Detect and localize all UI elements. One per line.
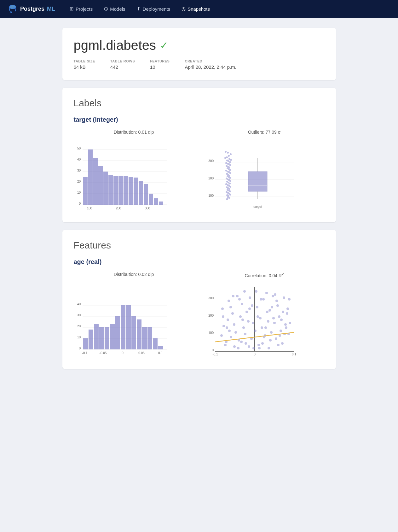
svg-point-200 xyxy=(271,306,273,308)
svg-text:0: 0 xyxy=(254,353,256,356)
svg-rect-120 xyxy=(110,324,115,349)
svg-text:-0.1: -0.1 xyxy=(82,351,88,355)
svg-point-45 xyxy=(228,160,229,162)
target-dist-label: Distribution: 0.01 dip xyxy=(74,130,194,135)
target-histogram: 0 10 20 30 40 50 xyxy=(74,138,194,212)
svg-point-178 xyxy=(276,304,279,307)
svg-text:30: 30 xyxy=(77,169,81,172)
svg-text:50: 50 xyxy=(77,147,81,150)
target-boxplot-block: Outliers: 77.09 σ 100 200 300 xyxy=(204,130,325,212)
table-size-label: TABLE SIZE xyxy=(74,59,95,63)
svg-point-198 xyxy=(264,326,267,329)
dataset-card: pgml.diabetes ✓ TABLE SIZE 64 kB TABLE R… xyxy=(62,28,336,80)
svg-text:0.05: 0.05 xyxy=(138,351,145,355)
svg-rect-129 xyxy=(158,346,163,349)
model-icon: ⌬ xyxy=(104,6,108,12)
svg-point-196 xyxy=(258,347,261,349)
svg-point-77 xyxy=(229,186,231,188)
svg-point-225 xyxy=(285,326,287,329)
svg-point-222 xyxy=(275,300,278,302)
svg-point-180 xyxy=(280,330,282,332)
svg-rect-27 xyxy=(144,184,148,205)
svg-point-189 xyxy=(232,295,234,297)
svg-point-158 xyxy=(244,333,246,335)
svg-text:200: 200 xyxy=(208,314,214,317)
svg-text:30: 30 xyxy=(77,313,81,317)
svg-point-169 xyxy=(262,298,265,301)
svg-point-93 xyxy=(226,198,228,200)
svg-point-210 xyxy=(233,345,236,348)
check-icon: ✓ xyxy=(160,39,168,51)
svg-point-91 xyxy=(228,197,230,199)
svg-rect-15 xyxy=(83,177,88,205)
svg-point-209 xyxy=(229,306,232,308)
svg-point-43 xyxy=(228,158,230,160)
svg-rect-19 xyxy=(103,172,108,205)
nav-deployments[interactable]: ⬆ Deployments xyxy=(132,3,175,14)
svg-rect-25 xyxy=(134,178,138,205)
svg-text:target: target xyxy=(253,205,262,208)
svg-rect-128 xyxy=(153,338,158,349)
svg-text:40: 40 xyxy=(77,302,81,306)
nav-models[interactable]: ⌬ Models xyxy=(100,3,130,14)
meta-table-size: TABLE SIZE 64 kB xyxy=(74,59,95,70)
svg-point-83 xyxy=(229,190,231,192)
svg-rect-24 xyxy=(129,177,133,205)
logo-text-blue: ML xyxy=(47,6,55,12)
svg-point-156 xyxy=(241,303,243,305)
svg-rect-118 xyxy=(99,327,104,349)
nav-projects[interactable]: ⊞ Projects xyxy=(65,3,97,14)
svg-point-46 xyxy=(229,161,231,163)
table-rows-value: 442 xyxy=(110,64,118,70)
svg-rect-18 xyxy=(98,166,103,205)
svg-rect-22 xyxy=(118,176,123,205)
svg-point-147 xyxy=(227,319,229,321)
svg-point-175 xyxy=(272,295,274,297)
svg-rect-124 xyxy=(131,316,136,349)
features-card: Features age (real) Distribution: 0.02 d… xyxy=(62,230,336,369)
features-label: FEATURES xyxy=(150,59,170,63)
svg-text:0: 0 xyxy=(122,351,124,355)
svg-point-213 xyxy=(245,342,247,345)
svg-rect-29 xyxy=(154,198,158,205)
meta-created: CREATED April 28, 2022, 2:44 p.m. xyxy=(185,59,236,70)
svg-text:100: 100 xyxy=(208,194,214,197)
svg-point-220 xyxy=(269,339,272,342)
svg-text:300: 300 xyxy=(208,296,214,300)
svg-text:20: 20 xyxy=(77,180,81,183)
svg-point-174 xyxy=(270,331,273,334)
meta-table-rows: TABLE ROWS 442 xyxy=(110,59,135,70)
age-scatter: 0 100 200 300 -0.1 0 0.1 xyxy=(204,282,325,359)
target-histogram-block: Distribution: 0.01 dip 0 10 20 30 40 50 xyxy=(74,130,194,212)
grid-icon: ⊞ xyxy=(70,6,74,12)
deploy-icon: ⬆ xyxy=(137,6,141,12)
target-feature-name: target (integer) xyxy=(74,116,325,123)
svg-rect-122 xyxy=(121,305,125,349)
svg-rect-23 xyxy=(124,176,128,205)
svg-text:0: 0 xyxy=(212,348,214,352)
navbar: PostgresML ⊞ Projects ⌬ Models ⬆ Deploym… xyxy=(0,0,398,18)
svg-point-153 xyxy=(236,295,239,297)
nav-snapshots[interactable]: ◷ Snapshots xyxy=(177,3,214,14)
svg-rect-115 xyxy=(83,338,88,349)
svg-point-192 xyxy=(243,290,246,293)
svg-point-41 xyxy=(228,155,230,157)
svg-point-208 xyxy=(226,326,228,329)
svg-point-217 xyxy=(260,298,262,301)
svg-point-191 xyxy=(240,341,243,343)
svg-point-199 xyxy=(268,347,270,349)
svg-point-202 xyxy=(277,344,280,346)
svg-point-188 xyxy=(228,300,230,302)
svg-rect-125 xyxy=(137,319,141,349)
age-feature-name: age (real) xyxy=(74,258,325,266)
svg-point-163 xyxy=(252,322,254,324)
created-label: CREATED xyxy=(185,59,236,63)
svg-rect-30 xyxy=(159,202,163,205)
age-histogram: 0 10 20 30 40 xyxy=(74,281,194,358)
svg-point-168 xyxy=(261,326,263,329)
svg-point-167 xyxy=(259,317,262,319)
logo[interactable]: PostgresML xyxy=(8,4,55,14)
svg-point-206 xyxy=(289,322,291,324)
svg-point-203 xyxy=(280,319,283,321)
svg-rect-26 xyxy=(139,181,143,205)
